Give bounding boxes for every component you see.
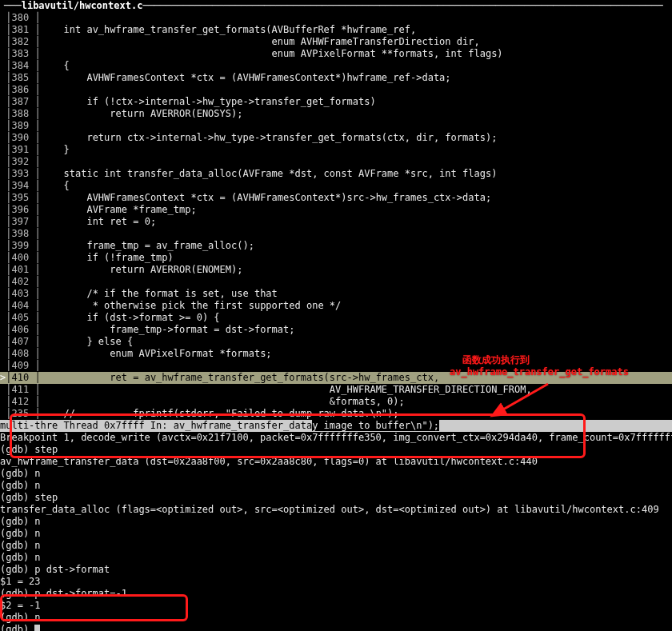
source-line[interactable]: │411 │ AV_HWFRAME_TRANSFER_DIRECTION_FRO… [0, 384, 672, 396]
source-line[interactable]: │399 │ frame_tmp = av_frame_alloc(); [0, 240, 672, 252]
source-line[interactable]: │380 │ [0, 12, 672, 24]
gdb-line[interactable]: (gdb) n [0, 516, 672, 528]
source-line[interactable]: │407 │ } else { [0, 336, 672, 348]
gdb-line[interactable]: transfer_data_alloc (flags=<optimized ou… [0, 504, 672, 516]
source-line[interactable]: │383 │ enum AVPixelFormat **formats, int… [0, 48, 672, 60]
source-line[interactable]: │393 │ static int transfer_data_alloc(AV… [0, 168, 672, 180]
source-line[interactable]: │388 │ return AVERROR(ENOSYS); [0, 108, 672, 120]
gdb-line[interactable]: (gdb) n [0, 480, 672, 492]
source-line[interactable]: │382 │ enum AVHWFrameTransferDirection d… [0, 36, 672, 48]
source-line[interactable]: │405 │ if (dst->format >= 0) { [0, 312, 672, 324]
source-line[interactable]: >│410 │ ret = av_hwframe_transfer_get_fo… [0, 372, 672, 384]
gdb-line[interactable]: (gdb) n [0, 528, 672, 540]
source-line[interactable]: │400 │ if (!frame_tmp) [0, 252, 672, 264]
source-line[interactable]: │397 │ int ret = 0; [0, 216, 672, 228]
source-line[interactable]: │235 │ // fprintf(stderr, "Failed to dum… [0, 408, 672, 420]
source-line[interactable]: │398 │ [0, 228, 672, 240]
status-line: multi-thre Thread 0x7ffff In: av_hwframe… [0, 420, 672, 432]
source-line[interactable]: │389 │ [0, 120, 672, 132]
source-line[interactable]: │385 │ AVHWFramesContext *ctx = (AVHWFra… [0, 72, 672, 84]
source-line[interactable]: │384 │ { [0, 60, 672, 72]
gdb-line[interactable]: (gdb) [0, 624, 672, 631]
source-line[interactable]: │406 │ frame_tmp->format = dst->format; [0, 324, 672, 336]
source-line[interactable]: │387 │ if (!ctx->internal->hw_type->tran… [0, 96, 672, 108]
source-title-bar: ───libavutil/hwcontext.c────────────────… [0, 0, 672, 12]
source-filename: libavutil/hwcontext.c [22, 0, 143, 11]
gdb-console[interactable]: Breakpoint 1, decode_write (avctx=0x21f7… [0, 432, 672, 631]
title-dash-post: ────────────────────────────────────────… [142, 0, 662, 11]
gdb-line[interactable]: (gdb) n [0, 468, 672, 480]
source-line[interactable]: │390 │ return ctx->internal->hw_type->tr… [0, 132, 672, 144]
gdb-line[interactable]: (gdb) step [0, 492, 672, 504]
gdb-line[interactable]: (gdb) step [0, 444, 672, 456]
cgdb-window: ───libavutil/hwcontext.c────────────────… [0, 0, 672, 631]
gdb-line[interactable]: (gdb) p dst->format [0, 564, 672, 576]
source-code-area[interactable]: │380 │ │381 │ int av_hwframe_transfer_ge… [0, 12, 672, 420]
title-dash-pre: ─── [4, 0, 22, 11]
source-line[interactable]: │403 │ /* if the format is set, use that [0, 288, 672, 300]
gdb-line[interactable]: Breakpoint 1, decode_write (avctx=0x21f7… [0, 432, 672, 444]
source-line[interactable]: │395 │ AVHWFramesContext *ctx = (AVHWFra… [0, 192, 672, 204]
source-line[interactable]: │412 │ &formats, 0); [0, 396, 672, 408]
source-line[interactable]: │401 │ return AVERROR(ENOMEM); [0, 264, 672, 276]
source-line[interactable]: │402 │ [0, 276, 672, 288]
source-line[interactable]: │409 │ [0, 360, 672, 372]
gdb-line[interactable]: (gdb) n [0, 540, 672, 552]
gdb-cursor [34, 625, 40, 631]
source-line[interactable]: │392 │ [0, 156, 672, 168]
source-line[interactable]: │386 │ [0, 84, 672, 96]
gdb-line[interactable]: av_hwframe_transfer_data (dst=0x2aa8f00,… [0, 456, 672, 468]
source-line[interactable]: │394 │ { [0, 180, 672, 192]
source-line[interactable]: │404 │ * otherwise pick the first suppor… [0, 300, 672, 312]
source-line[interactable]: │391 │ } [0, 144, 672, 156]
gdb-line[interactable]: $1 = 23 [0, 576, 672, 588]
gdb-line[interactable]: (gdb) n [0, 552, 672, 564]
gdb-line[interactable]: (gdb) p dst->format=-1 [0, 588, 672, 600]
source-line[interactable]: │396 │ AVFrame *frame_tmp; [0, 204, 672, 216]
gdb-line[interactable]: $2 = -1 [0, 600, 672, 612]
source-line[interactable]: │408 │ enum AVPixelFormat *formats; [0, 348, 672, 360]
gdb-line[interactable]: (gdb) n [0, 612, 672, 624]
source-line[interactable]: │381 │ int av_hwframe_transfer_get_forma… [0, 24, 672, 36]
